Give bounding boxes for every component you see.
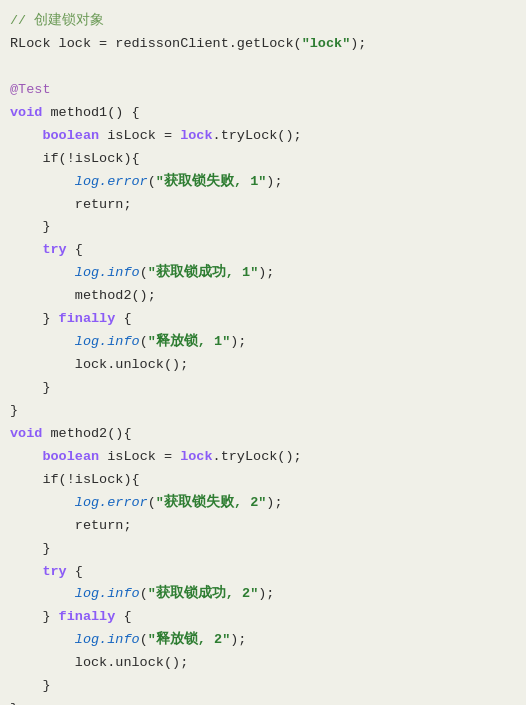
- plain-token: (: [140, 632, 148, 647]
- plain-token: }: [10, 380, 51, 395]
- string-token: "释放锁, 1": [148, 334, 231, 349]
- plain-token: }: [10, 403, 18, 418]
- plain-token: [10, 586, 75, 601]
- code-line: @Test: [10, 79, 510, 102]
- keyword-token: finally: [59, 311, 116, 326]
- code-line: }: [10, 377, 510, 400]
- keyword-token: void: [10, 105, 42, 120]
- code-line: }: [10, 400, 510, 423]
- comment-token: // 创建锁对象: [10, 13, 104, 28]
- keyword-token: boolean: [42, 128, 99, 143]
- keyword-token: finally: [59, 609, 116, 624]
- keyword-token: lock: [180, 128, 212, 143]
- plain-token: method2();: [10, 288, 156, 303]
- plain-token: (: [140, 334, 148, 349]
- plain-token: isLock =: [99, 449, 180, 464]
- code-line: if(!isLock){: [10, 148, 510, 171]
- code-line: } finally {: [10, 606, 510, 629]
- log-method-token: log.info: [75, 632, 140, 647]
- plain-token: method2(){: [42, 426, 131, 441]
- plain-token: return;: [10, 197, 132, 212]
- code-line: log.error("获取锁失败, 1");: [10, 171, 510, 194]
- string-token: "获取锁成功, 1": [148, 265, 259, 280]
- plain-token: }: [10, 311, 59, 326]
- plain-token: return;: [10, 518, 132, 533]
- code-line: RLock lock = redissonClient.getLock("loc…: [10, 33, 510, 56]
- code-line: void method1() {: [10, 102, 510, 125]
- code-line: log.info("释放锁, 1");: [10, 331, 510, 354]
- plain-token: [10, 128, 42, 143]
- plain-token: );: [230, 632, 246, 647]
- plain-token: [10, 334, 75, 349]
- code-line: }: [10, 698, 510, 705]
- code-line: boolean isLock = lock.tryLock();: [10, 125, 510, 148]
- code-line: }: [10, 675, 510, 698]
- code-line: method2();: [10, 285, 510, 308]
- plain-token: {: [115, 609, 131, 624]
- code-line: lock.unlock();: [10, 652, 510, 675]
- plain-token: }: [10, 609, 59, 624]
- plain-token: );: [258, 586, 274, 601]
- string-token: "获取锁成功, 2": [148, 586, 259, 601]
- string-token: "释放锁, 2": [148, 632, 231, 647]
- plain-token: lock.unlock();: [10, 655, 188, 670]
- plain-token: method1() {: [42, 105, 139, 120]
- plain-token: .tryLock();: [213, 128, 302, 143]
- plain-token: isLock =: [99, 128, 180, 143]
- plain-token: [10, 495, 75, 510]
- code-line: lock.unlock();: [10, 354, 510, 377]
- plain-token: (: [148, 495, 156, 510]
- keyword-token: lock: [180, 449, 212, 464]
- code-line: log.info("获取锁成功, 1");: [10, 262, 510, 285]
- log-method-token: log.error: [75, 495, 148, 510]
- plain-token: );: [350, 36, 366, 51]
- annotation-token: @Test: [10, 82, 51, 97]
- plain-token: if(!isLock){: [10, 472, 140, 487]
- plain-token: (: [148, 174, 156, 189]
- code-line: try {: [10, 561, 510, 584]
- code-line: return;: [10, 515, 510, 538]
- plain-token: {: [67, 564, 83, 579]
- log-method-token: log.info: [75, 334, 140, 349]
- log-method-token: log.info: [75, 265, 140, 280]
- plain-token: .tryLock();: [213, 449, 302, 464]
- code-container: // 创建锁对象RLock lock = redissonClient.getL…: [10, 10, 510, 705]
- code-line: } finally {: [10, 308, 510, 331]
- plain-token: }: [10, 678, 51, 693]
- code-line: try {: [10, 239, 510, 262]
- plain-token: [10, 632, 75, 647]
- plain-token: );: [266, 174, 282, 189]
- plain-token: );: [266, 495, 282, 510]
- plain-token: }: [10, 541, 51, 556]
- plain-token: [10, 265, 75, 280]
- plain-token: [10, 174, 75, 189]
- string-token: "获取锁失败, 1": [156, 174, 267, 189]
- plain-token: (: [140, 586, 148, 601]
- code-line: }: [10, 538, 510, 561]
- plain-token: lock.unlock();: [10, 357, 188, 372]
- code-line: log.error("获取锁失败, 2");: [10, 492, 510, 515]
- plain-token: );: [230, 334, 246, 349]
- keyword-token: try: [10, 564, 67, 579]
- code-line: boolean isLock = lock.tryLock();: [10, 446, 510, 469]
- plain-token: if(!isLock){: [10, 151, 140, 166]
- plain-token: );: [258, 265, 274, 280]
- plain-token: {: [115, 311, 131, 326]
- code-line: log.info("释放锁, 2");: [10, 629, 510, 652]
- log-method-token: log.info: [75, 586, 140, 601]
- keyword-token: try: [10, 242, 67, 257]
- plain-token: }: [10, 701, 18, 705]
- plain-token: }: [10, 219, 51, 234]
- code-line: }: [10, 216, 510, 239]
- keyword-token: boolean: [42, 449, 99, 464]
- plain-token: [10, 449, 42, 464]
- plain-token: {: [67, 242, 83, 257]
- code-line: log.info("获取锁成功, 2");: [10, 583, 510, 606]
- log-method-token: log.error: [75, 174, 148, 189]
- plain-token: (: [140, 265, 148, 280]
- string-token: "lock": [302, 36, 351, 51]
- plain-token: RLock lock = redissonClient.getLock(: [10, 36, 302, 51]
- code-line: return;: [10, 194, 510, 217]
- code-line: void method2(){: [10, 423, 510, 446]
- code-line: if(!isLock){: [10, 469, 510, 492]
